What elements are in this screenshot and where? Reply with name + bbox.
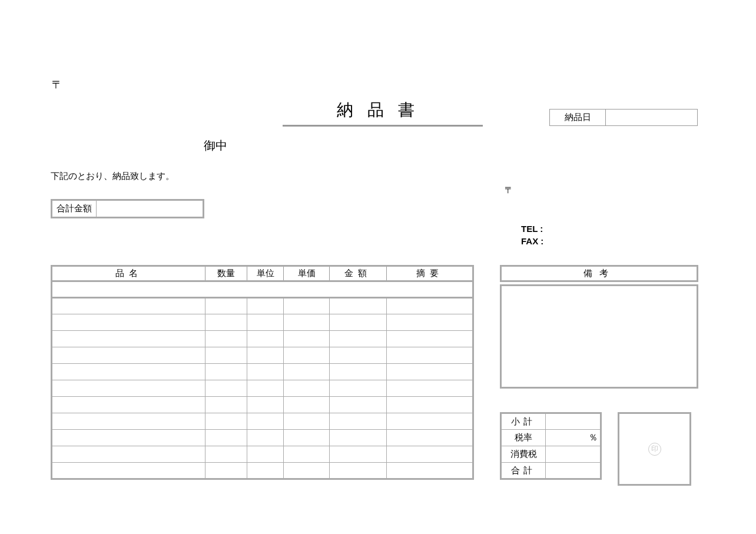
table-cell[interactable] (387, 331, 473, 347)
total-amount-value[interactable] (97, 201, 203, 217)
table-cell[interactable] (205, 380, 247, 397)
table-cell[interactable] (247, 314, 284, 331)
table-row (52, 446, 473, 463)
table-cell[interactable] (284, 298, 330, 314)
table-cell[interactable] (284, 331, 330, 347)
table-cell[interactable] (205, 331, 247, 347)
table-cell[interactable] (284, 446, 330, 463)
table-cell[interactable] (330, 298, 387, 314)
postal-mark-right: 〒 (505, 185, 513, 196)
table-cell[interactable] (205, 463, 247, 479)
table-cell[interactable] (284, 364, 330, 380)
table-cell[interactable] (387, 347, 473, 364)
table-cell[interactable] (205, 446, 247, 463)
table-row (52, 413, 473, 430)
table-cell[interactable] (247, 347, 284, 364)
table-cell[interactable] (205, 364, 247, 380)
table-cell[interactable] (52, 298, 205, 314)
items-header-row: 品名 数量 単位 単価 金額 摘要 (52, 266, 473, 281)
delivery-date-label: 納品日 (550, 110, 606, 125)
table-cell[interactable] (387, 397, 473, 413)
total-amount-label: 合計金額 (52, 201, 97, 217)
table-cell[interactable] (387, 446, 473, 463)
table-cell[interactable] (52, 364, 205, 380)
table-cell[interactable] (387, 380, 473, 397)
table-cell[interactable] (330, 430, 387, 446)
table-cell[interactable] (52, 413, 205, 430)
taxrate-value[interactable]: ％ (546, 430, 601, 446)
table-row (52, 298, 473, 314)
table-cell[interactable] (52, 380, 205, 397)
table-cell[interactable] (284, 380, 330, 397)
table-cell[interactable] (52, 397, 205, 413)
table-cell[interactable] (330, 314, 387, 331)
table-cell[interactable] (387, 364, 473, 380)
table-cell[interactable] (330, 347, 387, 364)
table-cell[interactable] (330, 364, 387, 380)
header-amount: 金額 (330, 266, 387, 281)
table-cell[interactable] (330, 331, 387, 347)
stamp-box: 印 (618, 412, 691, 486)
total-value[interactable] (546, 463, 601, 479)
table-row (52, 380, 473, 397)
header-unit: 単位 (247, 266, 284, 281)
table-cell[interactable] (330, 413, 387, 430)
table-cell[interactable] (387, 413, 473, 430)
table-cell[interactable] (330, 397, 387, 413)
remarks-header: 備考 (500, 265, 698, 282)
table-cell[interactable] (247, 397, 284, 413)
table-cell[interactable] (284, 397, 330, 413)
table-cell[interactable] (52, 463, 205, 479)
table-cell[interactable] (387, 314, 473, 331)
subtotal-value[interactable] (546, 413, 601, 430)
table-cell[interactable] (247, 380, 284, 397)
table-cell[interactable] (205, 314, 247, 331)
table-cell[interactable] (205, 397, 247, 413)
table-cell[interactable] (52, 347, 205, 364)
fax-label: FAX : (521, 236, 543, 246)
table-cell[interactable] (247, 331, 284, 347)
table-row (52, 430, 473, 446)
delivery-date-value[interactable] (606, 110, 697, 125)
table-cell[interactable] (247, 430, 284, 446)
table-cell[interactable] (247, 364, 284, 380)
tel-label: TEL : (521, 224, 543, 234)
postal-mark-left: 〒 (52, 78, 62, 92)
table-cell[interactable] (247, 446, 284, 463)
table-cell[interactable] (247, 463, 284, 479)
table-cell[interactable] (330, 446, 387, 463)
tax-label: 消費税 (501, 446, 546, 463)
header-note: 摘要 (387, 266, 473, 281)
table-row (52, 314, 473, 331)
table-cell[interactable] (205, 413, 247, 430)
tax-value[interactable] (546, 446, 601, 463)
table-cell[interactable] (284, 430, 330, 446)
total-amount-box: 合計金額 (51, 199, 204, 218)
table-cell[interactable] (205, 430, 247, 446)
total-label: 合計 (501, 463, 546, 479)
table-cell[interactable] (247, 413, 284, 430)
table-cell[interactable] (387, 463, 473, 479)
remarks-box[interactable] (500, 284, 698, 389)
table-cell[interactable] (247, 298, 284, 314)
intro-text: 下記のとおり、納品致します。 (51, 171, 174, 182)
taxrate-label: 税率 (501, 430, 546, 446)
table-cell[interactable] (284, 413, 330, 430)
table-cell[interactable] (52, 331, 205, 347)
header-price: 単価 (284, 266, 330, 281)
table-cell[interactable] (330, 380, 387, 397)
table-cell[interactable] (284, 314, 330, 331)
table-cell[interactable] (387, 430, 473, 446)
table-cell[interactable] (52, 430, 205, 446)
table-row (52, 347, 473, 364)
table-cell[interactable] (330, 463, 387, 479)
table-cell[interactable] (52, 314, 205, 331)
table-cell[interactable] (205, 347, 247, 364)
table-cell[interactable] (205, 298, 247, 314)
table-cell[interactable] (387, 298, 473, 314)
items-table: 品名 数量 単位 単価 金額 摘要 (51, 265, 474, 480)
table-cell[interactable] (284, 347, 330, 364)
table-cell[interactable] (52, 446, 205, 463)
table-row (52, 463, 473, 479)
table-cell[interactable] (284, 463, 330, 479)
